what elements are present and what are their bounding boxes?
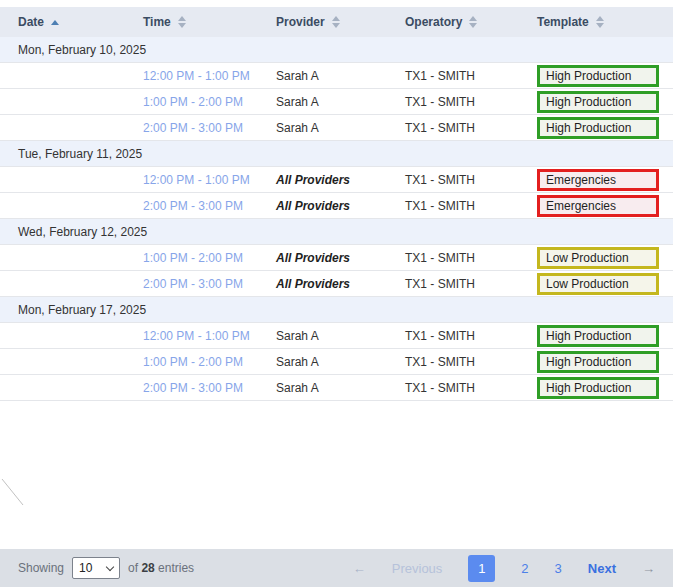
provider-cell: Sarah A	[276, 381, 405, 395]
provider-cell: All Providers	[276, 173, 405, 187]
template-badge: High Production	[537, 325, 659, 347]
date-group-row: Tue, February 11, 2025	[0, 141, 673, 167]
provider-cell: Sarah A	[276, 95, 405, 109]
template-cell: High Production	[537, 117, 673, 139]
operatory-cell: TX1 - SMITH	[405, 381, 537, 395]
showing-label: Showing	[18, 561, 64, 575]
table-row: 1:00 PM - 2:00 PM Sarah A TX1 - SMITH Hi…	[0, 89, 673, 115]
operatory-cell: TX1 - SMITH	[405, 69, 537, 83]
page-button-3[interactable]: 3	[555, 561, 562, 576]
template-cell: Low Production	[537, 247, 673, 269]
schedule-page: Date Time Provider Operatory Template Mo…	[0, 0, 673, 587]
time-slot-link[interactable]: 12:00 PM - 1:00 PM	[143, 329, 250, 343]
provider-cell: Sarah A	[276, 121, 405, 135]
column-header-time[interactable]: Time	[143, 15, 276, 29]
table-row: 2:00 PM - 3:00 PM Sarah A TX1 - SMITH Hi…	[0, 115, 673, 141]
column-header-operatory[interactable]: Operatory	[405, 15, 537, 29]
template-cell: High Production	[537, 351, 673, 373]
sort-ascending-icon	[51, 20, 59, 25]
time-cell: 2:00 PM - 3:00 PM	[143, 381, 276, 395]
column-header-provider[interactable]: Provider	[276, 15, 405, 29]
page-button-1[interactable]: 1	[468, 555, 495, 582]
time-slot-link[interactable]: 2:00 PM - 3:00 PM	[143, 381, 243, 395]
operatory-cell: TX1 - SMITH	[405, 121, 537, 135]
operatory-cell: TX1 - SMITH	[405, 95, 537, 109]
time-slot-link[interactable]: 1:00 PM - 2:00 PM	[143, 251, 243, 265]
time-slot-link[interactable]: 12:00 PM - 1:00 PM	[143, 173, 250, 187]
operatory-cell: TX1 - SMITH	[405, 355, 537, 369]
page-size-value: 10	[79, 561, 92, 575]
time-cell: 1:00 PM - 2:00 PM	[143, 355, 276, 369]
template-badge: High Production	[537, 91, 659, 113]
template-cell: High Production	[537, 325, 673, 347]
provider-cell: Sarah A	[276, 329, 405, 343]
group-date-label: Wed, February 12, 2025	[0, 225, 673, 239]
provider-cell: All Providers	[276, 277, 405, 291]
sort-icon	[178, 16, 186, 28]
next-button[interactable]: Next	[588, 561, 616, 576]
time-slot-link[interactable]: 1:00 PM - 2:00 PM	[143, 95, 243, 109]
group-date-label: Tue, February 11, 2025	[0, 147, 673, 161]
time-slot-link[interactable]: 1:00 PM - 2:00 PM	[143, 355, 243, 369]
time-cell: 2:00 PM - 3:00 PM	[143, 199, 276, 213]
operatory-cell: TX1 - SMITH	[405, 251, 537, 265]
table-row: 12:00 PM - 1:00 PM Sarah A TX1 - SMITH H…	[0, 63, 673, 89]
column-header-label: Operatory	[405, 15, 462, 29]
page-size-controls: Showing 10 of 28 entries	[18, 557, 194, 579]
time-slot-link[interactable]: 2:00 PM - 3:00 PM	[143, 277, 243, 291]
provider-cell: All Providers	[276, 199, 405, 213]
pagination: ← Previous 1 2 3 Next →	[327, 555, 655, 582]
provider-cell: All Providers	[276, 251, 405, 265]
time-slot-link[interactable]: 2:00 PM - 3:00 PM	[143, 121, 243, 135]
template-badge: High Production	[537, 117, 659, 139]
date-group-row: Mon, February 10, 2025	[0, 37, 673, 63]
template-cell: High Production	[537, 65, 673, 87]
template-cell: Emergencies	[537, 169, 673, 191]
template-badge: Low Production	[537, 247, 659, 269]
table-footer: Showing 10 of 28 entries ← Previous 1 2 …	[0, 549, 673, 587]
page-size-select[interactable]: 10	[72, 557, 120, 579]
time-cell: 1:00 PM - 2:00 PM	[143, 251, 276, 265]
date-group-row: Wed, February 12, 2025	[0, 219, 673, 245]
template-badge: High Production	[537, 65, 659, 87]
sort-icon	[469, 16, 477, 28]
group-date-label: Mon, February 17, 2025	[0, 303, 673, 317]
provider-cell: Sarah A	[276, 355, 405, 369]
table-row: 1:00 PM - 2:00 PM Sarah A TX1 - SMITH Hi…	[0, 349, 673, 375]
previous-button[interactable]: Previous	[392, 561, 443, 576]
table-header-row: Date Time Provider Operatory Template	[0, 7, 673, 37]
time-slot-link[interactable]: 12:00 PM - 1:00 PM	[143, 69, 250, 83]
operatory-cell: TX1 - SMITH	[405, 199, 537, 213]
time-cell: 2:00 PM - 3:00 PM	[143, 121, 276, 135]
provider-cell: Sarah A	[276, 69, 405, 83]
operatory-cell: TX1 - SMITH	[405, 277, 537, 291]
column-header-date[interactable]: Date	[0, 15, 143, 29]
table-row: 12:00 PM - 1:00 PM Sarah A TX1 - SMITH H…	[0, 323, 673, 349]
page-button-2[interactable]: 2	[521, 561, 528, 576]
column-header-template[interactable]: Template	[537, 15, 673, 29]
column-header-label: Date	[18, 15, 44, 29]
date-group-row: Mon, February 17, 2025	[0, 297, 673, 323]
operatory-cell: TX1 - SMITH	[405, 329, 537, 343]
time-cell: 12:00 PM - 1:00 PM	[143, 329, 276, 343]
previous-arrow-icon[interactable]: ←	[353, 561, 366, 576]
time-cell: 12:00 PM - 1:00 PM	[143, 69, 276, 83]
time-cell: 1:00 PM - 2:00 PM	[143, 95, 276, 109]
template-badge: Emergencies	[537, 169, 659, 191]
column-header-label: Template	[537, 15, 589, 29]
column-header-label: Provider	[276, 15, 325, 29]
time-slot-link[interactable]: 2:00 PM - 3:00 PM	[143, 199, 243, 213]
table-row: 1:00 PM - 2:00 PM All Providers TX1 - SM…	[0, 245, 673, 271]
time-cell: 2:00 PM - 3:00 PM	[143, 277, 276, 291]
next-arrow-icon[interactable]: →	[642, 561, 655, 576]
sort-icon	[596, 16, 604, 28]
entries-summary: of 28 entries	[128, 561, 194, 575]
template-badge: High Production	[537, 377, 659, 399]
table-row: 2:00 PM - 3:00 PM Sarah A TX1 - SMITH Hi…	[0, 375, 673, 401]
entries-label: entries	[158, 561, 194, 575]
operatory-cell: TX1 - SMITH	[405, 173, 537, 187]
time-cell: 12:00 PM - 1:00 PM	[143, 173, 276, 187]
group-date-label: Mon, February 10, 2025	[0, 43, 673, 57]
table-row: 12:00 PM - 1:00 PM All Providers TX1 - S…	[0, 167, 673, 193]
template-badge: Emergencies	[537, 195, 659, 217]
